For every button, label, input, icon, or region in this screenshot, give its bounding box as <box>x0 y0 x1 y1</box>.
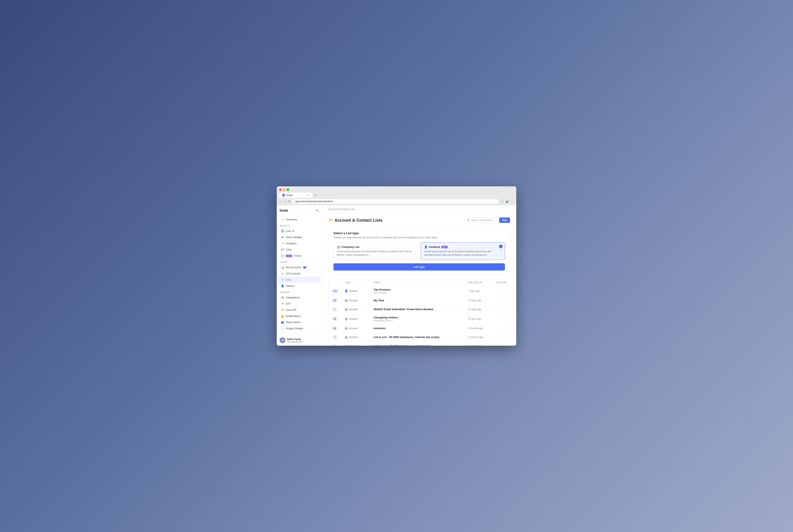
view-name: not in crm - 50-1000 employees, internet… <box>373 344 461 346</box>
sidebar-lists-label: Lists <box>286 278 291 281</box>
type-cell: 🏢 Account <box>345 327 367 330</box>
sidebar-search-icon[interactable]: 🔍 <box>316 209 319 212</box>
sidebar-website-section: WEBSITE <box>277 223 322 228</box>
analytics-icon: ↗ <box>281 242 284 245</box>
lists-table: VIEW VIEW CREATED AT ACTIONS 523 👤 Cont <box>328 279 510 346</box>
sidebar-project-details-label: Project Details <box>286 327 303 330</box>
row-view-3[interactable]: Changelog Visitors Changelog Visitors <box>370 314 464 324</box>
actions-button[interactable]: ··· <box>496 307 502 311</box>
row-created-0: 7 days ago <box>465 286 493 296</box>
sidebar-icp-label: ICP <box>286 302 290 305</box>
forms-icon: 📋 <box>281 254 284 257</box>
sidebar-item-overview[interactable]: ⌂ Overview <box>278 216 321 223</box>
company-option-label: Company List <box>342 245 359 248</box>
user-info: Netto Farah netto@koala.live <box>287 338 319 343</box>
sidebar-item-auto-icp[interactable]: ✦ Auto ICP <box>278 307 321 313</box>
row-view-1[interactable]: My View <box>370 296 464 305</box>
select-type-subtitle: Create your own dynamic list of Accounts… <box>333 236 505 239</box>
row-count-3: 52 <box>329 314 342 324</box>
row-view-6[interactable]: not in crm - 50-1000 employees, internet… <box>370 342 464 346</box>
page-title-icon: 📁 <box>328 218 333 223</box>
user-initials: NF <box>281 339 284 342</box>
row-view-5[interactable]: not in crm - 50-1000 employees, internet… <box>370 332 464 342</box>
sidebar-item-team-admin[interactable]: 👥 Team Admin <box>278 319 321 325</box>
sidebar-forms-label: Forms <box>293 254 301 257</box>
new-button[interactable]: New <box>499 217 510 223</box>
sidebar-item-project-details[interactable]: 📄 Project Details <box>278 325 321 331</box>
sidebar-item-icp[interactable]: ✦ ICP <box>278 301 321 307</box>
back-button[interactable]: ← <box>279 200 282 203</box>
sidebar-item-live[interactable]: 🌐 Live <box>278 228 321 234</box>
sidebar-item-integrations[interactable]: ⊞ Integrations <box>278 294 321 301</box>
actions-button[interactable]: ··· <box>496 335 502 340</box>
tab-close-icon[interactable]: ✕ <box>308 194 309 197</box>
type-cell: 🏢 Account <box>345 317 367 320</box>
type-label: Account <box>349 336 358 339</box>
actions-button[interactable]: ··· <box>496 298 502 303</box>
user-avatar: NF <box>280 337 285 343</box>
sidebar-item-visitors[interactable]: 👤 Visitors <box>278 283 321 289</box>
actions-button[interactable]: ··· <box>496 317 502 321</box>
sidebar-visitors-label: Visitors <box>286 284 294 287</box>
row-type-0: 👤 Contact <box>342 286 370 296</box>
bookmark-icon[interactable]: ☆ <box>501 200 504 204</box>
count-badge: 52 <box>332 326 338 330</box>
sidebar-analytics-label: Analytics <box>286 242 297 245</box>
sidebar-user[interactable]: NF Netto Farah netto@koala.live <box>277 335 322 346</box>
row-view-2[interactable]: Waitlist Email Submitted / Koala Demo Bo… <box>370 305 464 314</box>
search-box[interactable]: 🔍 Search view names... <box>465 217 497 223</box>
sidebar-item-demo-widget[interactable]: ⊕ Demo Widget <box>278 234 321 240</box>
type-cell: 👤 Contact <box>345 289 367 292</box>
maximize-button[interactable] <box>287 188 289 191</box>
sidebar-item-all-accounts[interactable]: ≡ All Accounts <box>278 270 321 277</box>
sidebar-item-lists[interactable]: ▽ Lists <box>278 277 321 283</box>
col-count-header <box>329 279 342 286</box>
row-count-1: 52 <box>329 296 342 305</box>
type-icon: 🏢 <box>345 345 348 346</box>
actions-button[interactable]: ··· <box>496 289 502 293</box>
lets-go-button[interactable]: Let's go! <box>333 263 505 270</box>
sidebar-item-analytics[interactable]: ↗ Analytics <box>278 241 321 246</box>
company-list-option[interactable]: 🏢 Company List A time bound dynamic list… <box>333 242 418 260</box>
close-button[interactable] <box>279 188 282 191</box>
contacts-list-option[interactable]: ✓ 👤 Contacts NEW A time bound dynamic li… <box>421 242 505 260</box>
sidebar-item-my-accounts[interactable]: 📊 My Accounts 7 <box>278 264 321 270</box>
sidebar-team-admin-label: Team Admin <box>286 321 301 324</box>
company-option-icon: 🏢 <box>337 245 340 248</box>
my-accounts-icon: 📊 <box>281 266 284 269</box>
selected-check-icon: ✓ <box>499 245 503 248</box>
col-view-name-header: VIEW <box>370 279 464 286</box>
row-actions-6: ··· <box>493 342 510 346</box>
row-count-0: 523 <box>329 286 342 296</box>
row-view-0[interactable]: Top Kontacts Top Kontacts <box>370 286 464 296</box>
browser-tab[interactable]: K Koala ✕ <box>279 192 312 198</box>
url-input[interactable] <box>292 199 499 204</box>
new-tab-button[interactable]: + <box>313 192 318 198</box>
view-sub: Top Kontacts <box>373 291 461 294</box>
menu-icon[interactable]: ⋮ <box>510 200 514 204</box>
extensions-icon[interactable]: 🧩 <box>505 200 509 204</box>
company-option-desc: A time bound dynamic list of Accounts in… <box>337 250 414 257</box>
actions-button[interactable]: ··· <box>496 326 502 330</box>
refresh-button[interactable]: ↻ <box>288 200 291 203</box>
chat-icon: 💬 <box>281 248 284 251</box>
count-badge: 1 <box>332 307 338 311</box>
type-label: Account <box>349 345 358 346</box>
sidebar-item-notifications[interactable]: 🔔 Notifications <box>278 313 321 319</box>
row-type-4: 🏢 Account <box>342 324 370 332</box>
sidebar-integrations-label: Integrations <box>286 296 300 299</box>
view-name: Changelog Visitors <box>373 316 461 319</box>
actions-button[interactable]: ··· <box>496 344 502 346</box>
search-icon: 🔍 <box>467 219 470 222</box>
row-view-4[interactable]: testsolon <box>370 324 464 332</box>
widget-icon: ⊕ <box>281 236 284 239</box>
minimize-button[interactable] <box>283 188 285 191</box>
table-row: 1 🏢 Account Waitlist Email Submitted / K… <box>329 305 510 314</box>
row-created-4: 2 months ago <box>465 324 493 332</box>
forward-button[interactable]: → <box>284 200 287 203</box>
row-type-1: 🏢 Account <box>342 296 370 305</box>
sidebar-item-chat[interactable]: 💬 Chat <box>278 247 321 252</box>
sidebar-chat-label: Chat <box>286 248 291 251</box>
sidebar-item-forms[interactable]: 📋 NEW Forms <box>278 253 321 259</box>
type-icon: 🏢 <box>345 336 348 339</box>
